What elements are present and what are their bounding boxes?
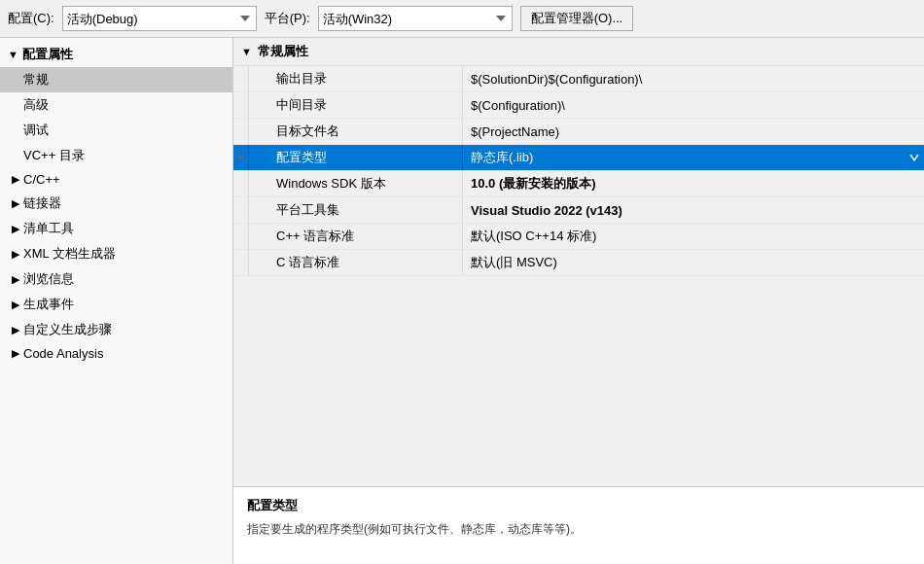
props-wrapper: ▼ 常规属性 输出目录 $(SolutionDir)$(Configuratio… [233,38,924,486]
sidebar-browse-label: 浏览信息 [23,270,74,288]
sidebar-build-arrow: ▶ [12,299,19,311]
output-dir-expand [233,66,249,91]
windows-sdk-expand [233,171,249,196]
sidebar-item-vc-dirs[interactable]: VC++ 目录 [0,143,232,168]
prop-row-config-type[interactable]: ▼ 配置类型 静态库(.lib) [233,145,924,171]
prop-row-output-dir[interactable]: 输出目录 $(SolutionDir)$(Configuration)\ [233,66,924,92]
sidebar-item-build-events[interactable]: ▶ 生成事件 [0,292,232,317]
config-label: 配置(C): [8,10,54,27]
prop-section-header[interactable]: ▼ 常规属性 [233,38,924,66]
prop-row-platform-toolset[interactable]: 平台工具集 Visual Studio 2022 (v143) [233,197,924,224]
prop-section-arrow: ▼ [241,46,252,57]
sidebar-manifest-arrow: ▶ [12,223,19,235]
sidebar-manifest-label: 清单工具 [23,220,74,237]
target-name-label: 目标文件名 [249,119,463,144]
sidebar-code-label: Code Analysis [23,346,103,361]
output-dir-value: $(SolutionDir)$(Configuration)\ [463,68,924,90]
target-name-value: $(ProjectName) [463,121,924,143]
config-select[interactable]: 活动(Debug) [62,6,257,31]
cpp-standard-value: 默认(ISO C++14 标准) [463,224,924,249]
platform-toolset-value: Visual Studio 2022 (v143) [463,199,924,222]
c-standard-name: C 语言标准 [249,250,463,275]
c-standard-expand [233,250,249,275]
config-type-label: 配置类型 [249,145,463,170]
prop-section-label: 常规属性 [258,43,308,60]
prop-row-cpp-standard[interactable]: C++ 语言标准 默认(ISO C++14 标准) [233,224,924,250]
windows-sdk-value: 10.0 (最新安装的版本) [463,171,924,196]
platform-toolset-name: 平台工具集 [249,197,463,223]
sidebar-browse-arrow: ▶ [12,273,19,286]
sidebar-xml-label: XML 文档生成器 [23,245,116,263]
config-type-value: 静态库(.lib) [463,145,905,170]
platform-toolset-expand [233,197,249,223]
dropdown-arrow-icon [908,153,920,162]
sidebar-item-manifest[interactable]: ▶ 清单工具 [0,216,232,241]
prop-row-intermediate-dir[interactable]: 中间目录 $(Configuration)\ [233,92,924,119]
content-area: ▼ 常规属性 输出目录 $(SolutionDir)$(Configuratio… [233,38,924,564]
description-title: 配置类型 [247,497,910,514]
sidebar-item-advanced[interactable]: 高级 [0,92,232,118]
platform-select[interactable]: 活动(Win32) [318,6,513,31]
sidebar-item-general[interactable]: 常规 [0,67,232,92]
sidebar-cpp-label: C/C++ [23,172,60,187]
windows-sdk-name: Windows SDK 版本 [249,171,463,196]
description-text: 指定要生成的程序类型(例如可执行文件、静态库，动态库等等)。 [247,520,910,538]
sidebar-custom-arrow: ▶ [12,324,19,336]
target-name-expand [233,119,249,144]
sidebar-build-label: 生成事件 [23,296,74,313]
sidebar-cpp-arrow: ▶ [12,173,19,186]
prop-row-target-name[interactable]: 目标文件名 $(ProjectName) [233,119,924,145]
c-standard-value: 默认(旧 MSVC) [463,250,924,275]
toolbar: 配置(C): 活动(Debug) 平台(P): 活动(Win32) 配置管理器(… [0,0,924,38]
cpp-standard-name: C++ 语言标准 [249,224,463,249]
sidebar-custom-label: 自定义生成步骤 [23,321,112,338]
sidebar-item-debug[interactable]: 调试 [0,118,232,143]
config-type-expand[interactable]: ▼ [233,145,249,170]
sidebar-item-cpp[interactable]: ▶ C/C++ [0,168,232,191]
platform-label: 平台(P): [265,10,310,27]
output-dir-name: 输出目录 [249,66,463,91]
sidebar-item-code-analysis[interactable]: ▶ Code Analysis [0,342,232,365]
config-type-dropdown-btn[interactable] [905,153,924,162]
sidebar-item-custom-build[interactable]: ▶ 自定义生成步骤 [0,317,232,342]
sidebar-item-xml-gen[interactable]: ▶ XML 文档生成器 [0,241,232,266]
intermediate-dir-expand [233,92,249,118]
prop-row-c-standard[interactable]: C 语言标准 默认(旧 MSVC) [233,250,924,276]
sidebar-root-arrow: ▼ [8,49,18,60]
cpp-standard-expand [233,224,249,249]
sidebar-xml-arrow: ▶ [12,248,19,261]
sidebar-root[interactable]: ▼ 配置属性 [0,42,232,67]
config-manager-button[interactable]: 配置管理器(O)... [520,6,634,31]
main-area: ▼ 配置属性 常规 高级 调试 VC++ 目录 ▶ C/C++ ▶ 链接器 ▶ … [0,38,924,564]
prop-row-windows-sdk[interactable]: Windows SDK 版本 10.0 (最新安装的版本) [233,171,924,197]
sidebar-code-arrow: ▶ [12,347,19,360]
sidebar-item-browse[interactable]: ▶ 浏览信息 [0,266,232,292]
sidebar-linker-label: 链接器 [23,194,61,212]
sidebar: ▼ 配置属性 常规 高级 调试 VC++ 目录 ▶ C/C++ ▶ 链接器 ▶ … [0,38,233,564]
sidebar-root-label: 配置属性 [22,46,73,63]
content-wrapper: ▼ 常规属性 输出目录 $(SolutionDir)$(Configuratio… [233,38,924,486]
description-area: 配置类型 指定要生成的程序类型(例如可执行文件、静态库，动态库等等)。 [233,486,924,564]
intermediate-dir-value: $(Configuration)\ [463,94,924,117]
intermediate-dir-name: 中间目录 [249,92,463,118]
sidebar-linker-arrow: ▶ [12,197,19,210]
sidebar-item-linker[interactable]: ▶ 链接器 [0,191,232,216]
